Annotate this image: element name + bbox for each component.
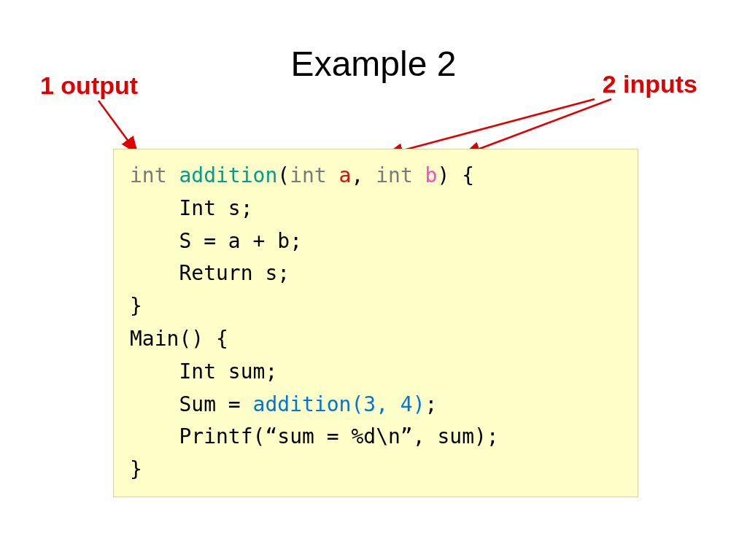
label-inputs: 2 inputs	[603, 70, 697, 98]
arrow-input-b	[464, 99, 611, 155]
code-content: int addition(int a, int b) { Int s; S = …	[130, 160, 622, 486]
tok-param-a: a	[339, 163, 352, 187]
tok-int-return: int	[130, 163, 167, 187]
code-box: int addition(int a, int b) { Int s; S = …	[113, 149, 638, 497]
arrow-output	[98, 101, 137, 153]
code-line-4: Return s;	[130, 261, 290, 285]
label-output: 1 output	[40, 71, 138, 100]
code-line-9: Printf(“sum = %d\n”, sum);	[130, 424, 499, 448]
code-line-7: Int sum;	[130, 359, 277, 384]
arrow-input-a	[387, 99, 595, 155]
tok-comma: ,	[351, 163, 376, 187]
tok-rblock: ) {	[437, 163, 474, 187]
tok-addition-call: addition(3, 4)	[253, 392, 425, 416]
code-line-8a: Sum =	[130, 392, 253, 416]
code-line-5: }	[130, 294, 142, 318]
tok-param-b: b	[425, 163, 438, 187]
tok-int-a: int	[290, 163, 327, 187]
tok-int-b: int	[376, 163, 413, 187]
tok-addition-decl: addition	[179, 163, 277, 187]
tok-lparen: (	[277, 163, 290, 187]
code-line-8b: ;	[425, 392, 438, 416]
code-line-3: S = a + b;	[130, 229, 302, 253]
code-line-2: Int s;	[130, 196, 253, 220]
slide: Example 2 1 output 2 inputs int addition…	[0, 0, 747, 560]
code-line-6: Main() {	[130, 327, 228, 351]
code-line-10: }	[130, 457, 142, 481]
